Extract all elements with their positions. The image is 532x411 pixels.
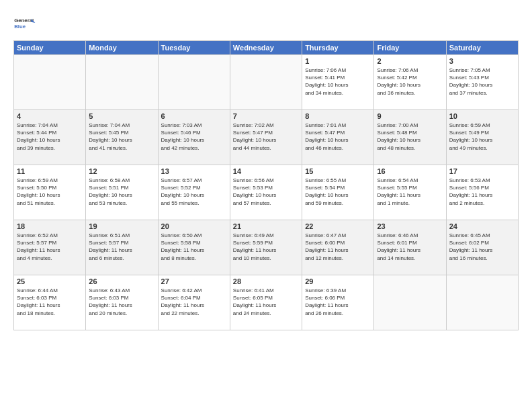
day-number: 15 [305, 167, 371, 175]
day-info: Sunrise: 6:44 AM Sunset: 6:03 PM Dayligh… [17, 287, 83, 317]
day-info: Sunrise: 7:06 AM Sunset: 5:41 PM Dayligh… [305, 66, 371, 97]
calendar-cell: 13Sunrise: 6:57 AM Sunset: 5:52 PM Dayli… [158, 165, 230, 220]
calendar-cell: 29Sunrise: 6:39 AM Sunset: 6:06 PM Dayli… [302, 275, 374, 330]
day-number: 7 [233, 112, 299, 120]
calendar-cell: 26Sunrise: 6:43 AM Sunset: 6:03 PM Dayli… [86, 275, 158, 330]
day-info: Sunrise: 7:03 AM Sunset: 5:46 PM Dayligh… [161, 122, 227, 152]
weekday-header-tuesday: Tuesday [158, 41, 230, 55]
calendar-cell [158, 55, 230, 110]
calendar-cell: 8Sunrise: 7:01 AM Sunset: 5:47 PM Daylig… [302, 110, 374, 165]
day-info: Sunrise: 6:52 AM Sunset: 5:57 PM Dayligh… [17, 232, 83, 262]
day-info: Sunrise: 6:43 AM Sunset: 6:03 PM Dayligh… [89, 287, 154, 317]
weekday-header-monday: Monday [86, 41, 158, 55]
day-number: 21 [233, 222, 299, 230]
weekday-header-saturday: Saturday [446, 41, 518, 55]
calendar-cell [14, 55, 86, 110]
day-info: Sunrise: 6:59 AM Sunset: 5:50 PM Dayligh… [17, 177, 83, 207]
calendar-cell: 12Sunrise: 6:58 AM Sunset: 5:51 PM Dayli… [86, 165, 158, 220]
calendar-cell: 22Sunrise: 6:47 AM Sunset: 6:00 PM Dayli… [302, 220, 374, 275]
day-number: 10 [449, 112, 515, 120]
day-info: Sunrise: 7:00 AM Sunset: 5:48 PM Dayligh… [377, 122, 443, 152]
calendar-cell: 6Sunrise: 7:03 AM Sunset: 5:46 PM Daylig… [158, 110, 230, 165]
logo: GeneralBlue [13, 11, 38, 35]
week-row-1: 4Sunrise: 7:04 AM Sunset: 5:44 PM Daylig… [14, 110, 519, 165]
weekday-header-row: SundayMondayTuesdayWednesdayThursdayFrid… [14, 41, 519, 55]
calendar-cell: 1Sunrise: 7:06 AM Sunset: 5:41 PM Daylig… [302, 55, 374, 110]
calendar-cell: 25Sunrise: 6:44 AM Sunset: 6:03 PM Dayli… [14, 275, 86, 330]
calendar-cell: 15Sunrise: 6:55 AM Sunset: 5:54 PM Dayli… [302, 165, 374, 220]
day-info: Sunrise: 6:56 AM Sunset: 5:53 PM Dayligh… [233, 177, 299, 207]
week-row-2: 11Sunrise: 6:59 AM Sunset: 5:50 PM Dayli… [14, 165, 519, 220]
day-number: 18 [17, 222, 83, 230]
day-info: Sunrise: 7:02 AM Sunset: 5:47 PM Dayligh… [233, 122, 299, 152]
calendar-cell [230, 55, 302, 110]
day-info: Sunrise: 6:41 AM Sunset: 6:05 PM Dayligh… [233, 287, 299, 317]
day-info: Sunrise: 6:59 AM Sunset: 5:49 PM Dayligh… [449, 122, 515, 152]
day-info: Sunrise: 6:49 AM Sunset: 5:59 PM Dayligh… [233, 232, 299, 262]
svg-text:General: General [14, 17, 34, 24]
calendar-cell: 27Sunrise: 6:42 AM Sunset: 6:04 PM Dayli… [158, 275, 230, 330]
day-number: 28 [233, 277, 299, 285]
day-info: Sunrise: 6:58 AM Sunset: 5:51 PM Dayligh… [89, 177, 154, 207]
calendar-cell [374, 275, 446, 330]
svg-text:Blue: Blue [14, 24, 26, 30]
day-info: Sunrise: 6:54 AM Sunset: 5:55 PM Dayligh… [377, 177, 443, 207]
calendar: SundayMondayTuesdayWednesdayThursdayFrid… [13, 40, 519, 330]
day-number: 2 [377, 57, 443, 65]
day-number: 9 [377, 112, 443, 120]
weekday-header-thursday: Thursday [302, 41, 374, 55]
day-info: Sunrise: 6:51 AM Sunset: 5:57 PM Dayligh… [89, 232, 154, 262]
calendar-cell: 21Sunrise: 6:49 AM Sunset: 5:59 PM Dayli… [230, 220, 302, 275]
day-number: 17 [449, 167, 515, 175]
day-info: Sunrise: 7:04 AM Sunset: 5:45 PM Dayligh… [89, 122, 154, 152]
calendar-cell: 19Sunrise: 6:51 AM Sunset: 5:57 PM Dayli… [86, 220, 158, 275]
day-info: Sunrise: 7:01 AM Sunset: 5:47 PM Dayligh… [305, 122, 371, 152]
calendar-cell: 20Sunrise: 6:50 AM Sunset: 5:58 PM Dayli… [158, 220, 230, 275]
calendar-cell: 7Sunrise: 7:02 AM Sunset: 5:47 PM Daylig… [230, 110, 302, 165]
day-info: Sunrise: 6:50 AM Sunset: 5:58 PM Dayligh… [161, 232, 227, 262]
day-info: Sunrise: 6:46 AM Sunset: 6:01 PM Dayligh… [377, 232, 443, 262]
calendar-cell: 18Sunrise: 6:52 AM Sunset: 5:57 PM Dayli… [14, 220, 86, 275]
calendar-cell: 2Sunrise: 7:06 AM Sunset: 5:42 PM Daylig… [374, 55, 446, 110]
day-number: 29 [305, 277, 371, 285]
day-number: 11 [17, 167, 83, 175]
calendar-cell: 28Sunrise: 6:41 AM Sunset: 6:05 PM Dayli… [230, 275, 302, 330]
week-row-4: 25Sunrise: 6:44 AM Sunset: 6:03 PM Dayli… [14, 275, 519, 330]
calendar-cell: 24Sunrise: 6:45 AM Sunset: 6:02 PM Dayli… [446, 220, 518, 275]
calendar-cell: 14Sunrise: 6:56 AM Sunset: 5:53 PM Dayli… [230, 165, 302, 220]
calendar-cell [86, 55, 158, 110]
day-number: 16 [377, 167, 443, 175]
day-info: Sunrise: 6:42 AM Sunset: 6:04 PM Dayligh… [161, 287, 227, 317]
day-number: 3 [449, 57, 515, 65]
calendar-cell: 17Sunrise: 6:53 AM Sunset: 5:56 PM Dayli… [446, 165, 518, 220]
day-info: Sunrise: 6:47 AM Sunset: 6:00 PM Dayligh… [305, 232, 371, 262]
day-number: 8 [305, 112, 371, 120]
logo-icon: GeneralBlue [13, 11, 38, 35]
week-row-0: 1Sunrise: 7:06 AM Sunset: 5:41 PM Daylig… [14, 55, 519, 110]
calendar-cell: 4Sunrise: 7:04 AM Sunset: 5:44 PM Daylig… [14, 110, 86, 165]
day-number: 4 [17, 112, 83, 120]
day-number: 5 [89, 112, 154, 120]
page: GeneralBlue SundayMondayTuesdayWednesday… [0, 0, 532, 411]
day-number: 14 [233, 167, 299, 175]
weekday-header-wednesday: Wednesday [230, 41, 302, 55]
day-number: 27 [161, 277, 227, 285]
calendar-cell: 5Sunrise: 7:04 AM Sunset: 5:45 PM Daylig… [86, 110, 158, 165]
day-info: Sunrise: 7:06 AM Sunset: 5:42 PM Dayligh… [377, 66, 443, 97]
calendar-cell: 23Sunrise: 6:46 AM Sunset: 6:01 PM Dayli… [374, 220, 446, 275]
calendar-cell [446, 275, 518, 330]
weekday-header-sunday: Sunday [14, 41, 86, 55]
header: GeneralBlue [13, 11, 519, 35]
day-info: Sunrise: 6:53 AM Sunset: 5:56 PM Dayligh… [449, 177, 515, 207]
calendar-cell: 9Sunrise: 7:00 AM Sunset: 5:48 PM Daylig… [374, 110, 446, 165]
day-number: 23 [377, 222, 443, 230]
week-row-3: 18Sunrise: 6:52 AM Sunset: 5:57 PM Dayli… [14, 220, 519, 275]
weekday-header-friday: Friday [374, 41, 446, 55]
calendar-cell: 3Sunrise: 7:05 AM Sunset: 5:43 PM Daylig… [446, 55, 518, 110]
day-info: Sunrise: 6:45 AM Sunset: 6:02 PM Dayligh… [449, 232, 515, 262]
day-info: Sunrise: 7:05 AM Sunset: 5:43 PM Dayligh… [449, 66, 515, 97]
day-info: Sunrise: 6:55 AM Sunset: 5:54 PM Dayligh… [305, 177, 371, 207]
day-number: 26 [89, 277, 154, 285]
calendar-cell: 16Sunrise: 6:54 AM Sunset: 5:55 PM Dayli… [374, 165, 446, 220]
day-number: 1 [305, 57, 371, 65]
